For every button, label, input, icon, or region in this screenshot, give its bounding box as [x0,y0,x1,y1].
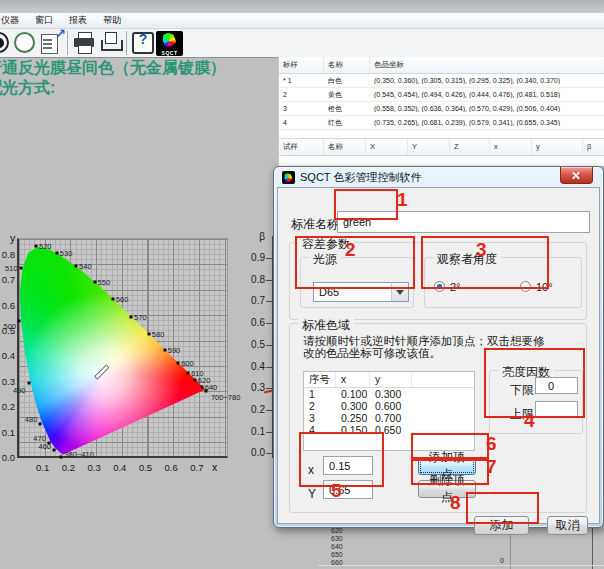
upper-limit-input[interactable] [535,401,578,418]
x-tick: 0.3 [87,462,100,473]
lower-limit-label: 下限 [510,382,534,399]
column-header[interactable]: β [583,139,604,155]
document-heading: 普通反光膜昼间色（无金属镀膜） 配光方式: [0,58,300,102]
samples-table-header: 试样名称XYZxyβ [279,139,604,156]
wavelength-row: 620 [331,527,343,534]
vertex-row[interactable]: 30.2500.700 [304,412,474,424]
annotation-number-2: 2 [345,240,356,259]
grid-line [318,565,604,566]
dialog-title-bar[interactable]: SQCT 色彩管理控制软件 [282,170,421,185]
beta-tick [266,301,272,302]
beta-tick [266,345,272,346]
menu-item[interactable]: 报表 [61,14,95,27]
beta-tick-label: 0.1 [235,426,265,437]
observer-10deg-radio[interactable] [520,281,531,292]
column-header[interactable]: y [532,139,583,155]
y-tick: 0.1 [0,427,15,438]
cell: 白色 [324,76,370,86]
vertex-row[interactable]: 10.1000.300 [304,388,474,400]
beta-tick [266,453,272,454]
annotation-number-8: 8 [450,493,461,512]
vertex-table[interactable]: 序号xy 10.1000.30020.3000.60030.2500.70040… [303,371,475,451]
table-row[interactable]: 2黄色(0.545, 0.454), (0.494, 0.426), (0.44… [279,88,604,102]
cell: 0.600 [370,400,412,412]
observer-10deg-label: 10° [536,281,553,293]
x-coord-label: x [308,463,314,477]
column-header: x [336,372,370,387]
annotation-number-7: 7 [486,457,497,476]
help-icon[interactable]: ? [130,30,156,56]
annotation-number-1: 1 [397,190,408,209]
menu-item[interactable]: 帮助 [95,14,129,27]
table-row[interactable]: * 1白色(0.350, 0.360), (0.305, 0.315), (0.… [279,74,604,88]
y-tick: 0.2 [0,401,15,412]
cell: 0.250 [336,412,370,424]
cell: 0.650 [370,424,412,436]
standards-table-header: 标样名称色品坐标 [279,57,604,74]
heading-line1: 普通反光膜昼间色（无金属镀膜） [0,58,300,78]
vertex-row[interactable]: 20.3000.600 [304,400,474,412]
target-circle-icon[interactable] [0,30,12,56]
cell: 3 [279,105,324,112]
observer-group: 观察者角度 [424,257,582,308]
column-header[interactable]: 标样 [279,57,324,73]
coords-cell: (0.558, 0.352), (0.636, 0.364), (0.570, … [370,105,604,112]
annotation-number-6: 6 [486,434,497,453]
close-icon[interactable] [560,167,593,184]
green-circle-icon[interactable] [12,30,38,56]
x-tick: 0.7 [190,462,203,473]
table-row[interactable]: 3橙色(0.558, 0.352), (0.636, 0.364), (0.57… [279,102,604,116]
beta-tick-label: 0.9 [235,252,265,263]
cell: 0.100 [336,388,370,400]
sqct-app-icon[interactable]: SQCT [156,31,183,56]
column-header[interactable]: 名称 [324,139,366,155]
x-tick: 0.1 [36,462,49,473]
chevron-down-icon[interactable] [391,283,408,301]
dialog-title: SQCT 色彩管理控制软件 [300,170,421,185]
cell: 4 [279,119,324,126]
toolbar-separator [67,31,68,55]
vertex-row[interactable]: 40.1500.650 [304,424,474,436]
column-header: y [370,372,412,387]
x-tick: 0.5 [139,462,152,473]
beta-tick [266,432,272,433]
output-tray-icon[interactable] [97,30,123,56]
observer-2deg-label: 2° [450,281,461,293]
arrow-up-right-icon: ↗ [55,26,66,41]
light-source-select[interactable]: D65 [313,282,409,302]
print-icon[interactable] [71,30,97,56]
report-export-icon[interactable]: ↗ [38,30,64,56]
add-button[interactable]: 添加 [474,516,529,535]
cancel-button[interactable]: 取消 [547,516,588,535]
wavelength-label: 500 [4,322,17,331]
column-header[interactable]: 试样 [279,139,324,155]
beta-axis-title: β [235,231,265,242]
menu-item[interactable]: 仪器 [0,14,27,27]
cell: 黄色 [324,90,370,100]
light-source-value: D65 [319,286,339,298]
cell: 0.150 [336,424,370,436]
wavelength-row: 650 [331,551,343,558]
lower-limit-input[interactable] [535,377,578,394]
y-coord-label: Y [308,487,316,501]
observer-2deg-radio[interactable] [434,281,445,292]
standards-table: * 1白色(0.350, 0.360), (0.305, 0.315), (0.… [279,74,604,130]
column-header[interactable]: Z [450,139,490,155]
y-tick: 0.8 [0,249,15,260]
delete-vertex-button[interactable]: 删除顶点 [418,480,476,498]
column-header[interactable]: Y [408,139,450,155]
x-coord-input[interactable] [323,456,373,475]
beta-tick-label: 0.2 [235,404,265,415]
column-header[interactable]: x [490,139,532,155]
table-row[interactable]: 4红色(0.735, 0.265), (0.681, 0.239), (0.57… [279,116,604,130]
dialog-body: 标准名称: 容差参数 光源 D65 观察者角度 2° 10° 标准色域 请按顺时… [277,187,600,524]
wavelength-label: 510 [5,263,18,272]
column-header[interactable]: 色品坐标 [370,57,604,73]
column-header[interactable]: 名称 [324,57,370,73]
dialog-app-icon [282,171,295,184]
column-header[interactable]: X [366,139,408,155]
standard-name-input[interactable] [337,211,590,233]
beta-tick-label: 0.5 [235,339,265,350]
beta-tick-label: 0.3 [235,382,265,393]
beta-tick-label: 0.7 [235,295,265,306]
